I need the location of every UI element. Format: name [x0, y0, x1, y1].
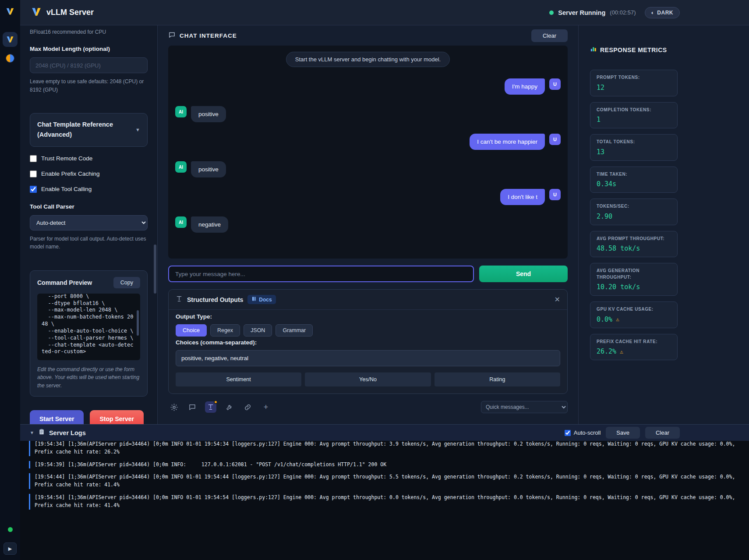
- ai-message-bubble: positive: [191, 106, 226, 122]
- trust-remote-code-checkbox[interactable]: [30, 155, 37, 162]
- warning-icon: ⚠: [620, 348, 623, 355]
- wrench-icon[interactable]: [223, 401, 235, 413]
- tool-call-parser-help: Parser for model tool call output. Auto-…: [30, 235, 148, 251]
- user-avatar: U: [549, 134, 561, 145]
- rail-item-vllm[interactable]: [3, 32, 18, 47]
- chat-message-ai: AI positive: [175, 161, 561, 177]
- user-message-bubble: I can't be more happier: [470, 134, 545, 150]
- choices-label: Choices (comma-separated):: [176, 339, 560, 346]
- app-header: vLLM Server Server Running (00:02:57) ◐ …: [20, 0, 749, 25]
- max-model-length-help: Leave empty to use safe defaults: 2048 (…: [30, 78, 148, 94]
- chat-template-reference-title: Chat Template Reference (Advanced): [37, 120, 135, 140]
- max-model-length-label: Max Model Length (optional): [30, 46, 148, 52]
- docs-link[interactable]: Docs: [247, 295, 276, 304]
- log-line: [19:54:34] [1;36m(APIServer pid=34464) […: [29, 441, 740, 456]
- settings-gear-icon[interactable]: [168, 401, 180, 413]
- choices-input[interactable]: [176, 350, 560, 366]
- structured-outputs-icon: [176, 295, 183, 304]
- output-type-choice-button[interactable]: Choice: [176, 324, 207, 337]
- ai-avatar: AI: [175, 161, 187, 173]
- enable-tool-calling-checkbox[interactable]: [30, 186, 37, 193]
- quick-messages-select[interactable]: Quick messages...: [481, 401, 568, 413]
- max-model-length-input[interactable]: [30, 57, 148, 73]
- close-icon[interactable]: ✕: [555, 295, 560, 304]
- chat-history: Start the vLLM server and begin chatting…: [168, 46, 568, 259]
- server-status-dot: [549, 11, 554, 15]
- metric-tokens-per-sec: TOKENS/SEC: 2.90: [590, 198, 678, 225]
- brand: vLLM Server: [31, 6, 94, 19]
- metric-gpu-kv-cache-usage: GPU KV CACHE USAGE: 0.0%⚠: [590, 301, 678, 328]
- output-type-label: Output Type:: [176, 313, 560, 320]
- chat-interface-title: CHAT INTERFACE: [180, 32, 237, 39]
- chat-toolbar: + Quick messages...: [168, 401, 568, 413]
- stop-server-button[interactable]: Stop Server: [90, 410, 144, 424]
- send-button[interactable]: Send: [479, 266, 568, 282]
- structured-outputs-title: Structured Outputs: [187, 296, 243, 303]
- chat-start-notice: Start the vLLM server and begin chatting…: [286, 52, 450, 67]
- book-icon: [251, 296, 257, 303]
- output-type-regex-button[interactable]: Regex: [210, 324, 240, 337]
- autoscroll-checkbox[interactable]: [565, 430, 571, 436]
- structured-outputs-panel: Structured Outputs Docs ✕ Output Type: C…: [168, 289, 568, 394]
- bar-chart-icon: [590, 46, 597, 54]
- command-preview-code[interactable]: --port 8000 \ --dtype bfloat16 \ --max-m…: [37, 294, 140, 360]
- chat-bubble-icon: [168, 31, 176, 40]
- vllm-logo-icon: [5, 7, 15, 18]
- command-preview-title: Command Preview: [37, 279, 92, 286]
- metric-completion-tokens: COMPLETION TOKENS: 1: [590, 102, 678, 129]
- config-sidebar: BFloat16 recommended for CPU Max Model L…: [20, 25, 158, 424]
- chat-message-ai: AI negative: [175, 216, 561, 233]
- save-logs-button[interactable]: Save: [606, 427, 640, 439]
- clear-chat-button[interactable]: Clear: [531, 29, 568, 42]
- server-uptime: (00:02:57): [610, 9, 636, 16]
- command-preview-card: Command Preview Copy --port 8000 \ --dty…: [30, 270, 148, 397]
- chat-message-input[interactable]: [168, 266, 474, 282]
- moon-icon: ◐: [651, 10, 655, 16]
- theme-toggle-button[interactable]: ◐ DARK: [645, 7, 680, 18]
- copy-command-button[interactable]: Copy: [113, 277, 140, 288]
- sidebar-scrollbar-thumb[interactable]: [154, 245, 156, 294]
- preset-yesno-button[interactable]: Yes/No: [305, 372, 431, 386]
- metric-time-taken: TIME TAKEN: 0.34s: [590, 167, 678, 193]
- clear-logs-button[interactable]: Clear: [645, 427, 680, 439]
- message-icon[interactable]: [187, 401, 198, 413]
- chat-message-user: I can't be more happier U: [175, 134, 561, 150]
- chevron-down-icon: ▼: [135, 127, 140, 132]
- logs-output[interactable]: [19:54:34] [1;36m(APIServer pid=34464) […: [20, 441, 749, 560]
- ai-message-bubble: negative: [191, 216, 228, 233]
- chat-message-user: I don't like t U: [175, 189, 561, 205]
- preset-sentiment-button[interactable]: Sentiment: [176, 372, 301, 386]
- output-type-json-button[interactable]: JSON: [244, 324, 272, 337]
- user-avatar: U: [549, 78, 561, 90]
- preset-rating-button[interactable]: Rating: [435, 372, 560, 386]
- link-icon[interactable]: [242, 401, 253, 413]
- app-rail: ▶: [0, 0, 20, 560]
- tool-call-parser-select[interactable]: Auto-detect: [30, 215, 148, 230]
- output-type-grammar-button[interactable]: Grammar: [276, 324, 313, 337]
- server-status-label: Server Running: [558, 9, 605, 16]
- enable-tool-calling-checkbox-row[interactable]: Enable Tool Calling: [30, 186, 148, 193]
- collapse-caret-icon[interactable]: ▼: [30, 430, 34, 435]
- chat-message-user: I'm happy U: [175, 78, 561, 95]
- rail-status-dot: [8, 527, 13, 532]
- rail-play-button[interactable]: ▶: [4, 542, 17, 555]
- metric-total-tokens: TOTAL TOKENS: 13: [590, 134, 678, 161]
- log-line: [19:54:44] [1;36m(APIServer pid=34464) […: [29, 473, 740, 489]
- command-scrollbar-thumb[interactable]: [137, 310, 139, 336]
- autoscroll-checkbox-row[interactable]: Auto-scroll: [565, 429, 601, 436]
- enable-prefix-caching-checkbox-row[interactable]: Enable Prefix Caching: [30, 170, 148, 177]
- enable-prefix-caching-checkbox[interactable]: [30, 170, 37, 177]
- plus-icon[interactable]: +: [260, 401, 272, 413]
- ai-message-bubble: positive: [191, 161, 226, 177]
- log-line: [19:54:54] [1;36m(APIServer pid=34464) […: [29, 494, 740, 510]
- structured-outputs-toggle-icon[interactable]: [205, 401, 216, 413]
- trust-remote-code-checkbox-row[interactable]: Trust Remote Code: [30, 155, 148, 162]
- ai-avatar: AI: [175, 216, 187, 228]
- clipboard-icon: [39, 429, 45, 437]
- metric-prefix-cache-hit-rate: PREFIX CACHE HIT RATE: 26.2%⚠: [590, 334, 678, 361]
- metric-avg-prompt-throughput: AVG PROMPT THROUGHPUT: 48.58 tok/s: [590, 231, 678, 258]
- start-server-button[interactable]: Start Server: [30, 410, 84, 424]
- chat-template-reference-toggle[interactable]: Chat Template Reference (Advanced) ▼: [30, 113, 148, 146]
- tool-call-parser-label: Tool Call Parser: [30, 203, 148, 210]
- rail-item-gradio-icon[interactable]: [6, 54, 14, 63]
